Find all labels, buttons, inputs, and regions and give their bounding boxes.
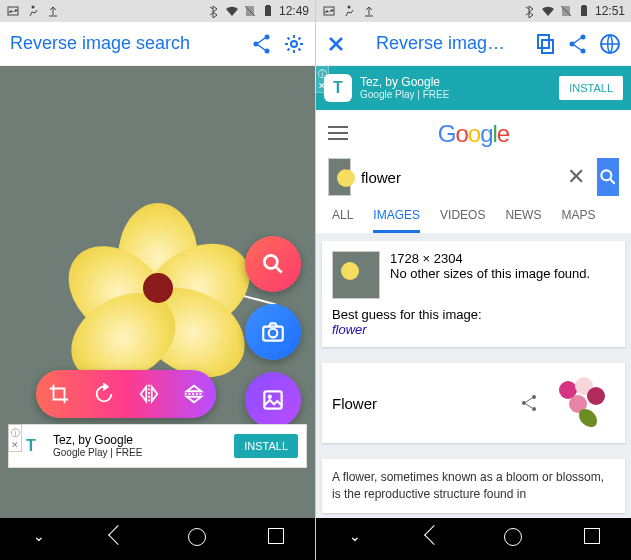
svg-rect-20 [538,35,549,48]
tab-maps[interactable]: MAPS [561,208,595,233]
image-dimensions: 1728 × 2304 [390,251,590,266]
tab-images[interactable]: IMAGES [373,208,420,233]
tab-news[interactable]: NEWS [505,208,541,233]
wifi-icon [225,4,239,18]
fab-column [245,236,301,428]
search-button[interactable] [597,158,619,196]
camera-fab[interactable] [245,304,301,360]
running-icon [342,4,356,18]
search-input[interactable] [357,161,555,194]
ad-text: Tez, by Google Google Play | FREE [360,75,551,101]
svg-point-6 [254,41,259,46]
svg-point-25 [601,170,611,180]
thumb-remove-icon: ✕ [339,160,349,174]
clock: 12:49 [279,4,309,18]
query-thumb[interactable]: ✕ [328,158,351,196]
no-sim-icon [559,4,573,18]
rotate-icon[interactable] [93,383,115,405]
svg-point-11 [269,329,278,338]
best-guess-link[interactable]: flower [332,322,367,337]
nav-expand-icon[interactable]: ⌄ [335,528,375,550]
nav-recent-button[interactable] [572,528,612,550]
svg-rect-3 [265,6,271,16]
phone-left: 12:49 Reverse image search ⓘ✕ T [0,0,315,560]
search-tabs: ALL IMAGES VIDEOS NEWS MAPS [328,200,619,233]
crop-icon[interactable] [48,383,70,405]
app-bar: Reverse imag… [316,22,631,66]
results-view: Google ✕ ✕ ALL IMAGES VIDEOS NEWS MAPS [316,110,631,518]
status-bar: 12:49 [0,0,315,22]
upload-icon [46,4,60,18]
clock: 12:51 [595,4,625,18]
hamburger-icon[interactable] [328,126,348,142]
nav-bar: ⌄ [0,518,315,560]
flip-h-icon[interactable] [138,383,160,405]
svg-point-7 [265,48,270,53]
ad-badge-icon[interactable]: ⓘ✕ [315,65,329,93]
gallery-fab[interactable] [245,372,301,428]
svg-rect-17 [581,6,587,16]
wifi-icon [541,4,555,18]
result-thumb[interactable] [332,251,380,299]
svg-point-5 [265,34,270,39]
svg-point-1 [32,6,35,9]
image-icon [6,4,20,18]
ad-badge-icon[interactable]: ⓘ✕ [8,424,22,452]
no-sizes-msg: No other sizes of this image found. [390,266,590,281]
bluetooth-icon [523,4,537,18]
svg-rect-18 [582,5,586,6]
upload-icon [362,4,376,18]
desc-text: A flower, sometimes known as a bloom or … [332,470,604,501]
nav-home-button[interactable] [493,528,533,550]
nav-bar: ⌄ [316,518,631,560]
result-card-kg[interactable]: Flower [322,363,625,443]
ad-install-button[interactable]: INSTALL [559,76,623,100]
clear-icon[interactable]: ✕ [561,164,591,190]
svg-point-21 [581,34,586,39]
status-bar: 12:51 [316,0,631,22]
result-card-match: 1728 × 2304 No other sizes of this image… [322,241,625,347]
google-header: Google ✕ ✕ ALL IMAGES VIDEOS NEWS MAPS [316,110,631,233]
close-icon[interactable] [326,34,346,54]
bluetooth-icon [207,4,221,18]
tab-all[interactable]: ALL [332,208,353,233]
svg-point-22 [570,41,575,46]
ad-text: Tez, by Google Google Play | FREE [53,433,226,459]
share-icon[interactable] [251,33,273,55]
result-card-desc: A flower, sometimes known as a bloom or … [322,459,625,513]
app-title: Reverse imag… [356,33,525,54]
share-icon[interactable] [519,393,539,413]
gear-icon[interactable] [283,33,305,55]
running-icon [26,4,40,18]
edit-toolbar [36,370,216,418]
battery-icon [261,4,275,18]
nav-expand-icon[interactable]: ⌄ [19,528,59,550]
ad-install-button[interactable]: INSTALL [234,434,298,458]
nav-back-button[interactable] [98,528,138,550]
flower-image [68,193,248,373]
globe-icon[interactable] [599,33,621,55]
phone-right: 12:51 Reverse imag… ⓘ✕ T Tez, by Google … [316,0,631,560]
svg-point-13 [268,395,271,398]
svg-point-23 [581,48,586,53]
ad-banner[interactable]: ⓘ✕ T Tez, by Google Google Play | FREE I… [8,424,307,468]
flip-v-icon[interactable] [183,383,205,405]
svg-rect-19 [542,40,553,53]
svg-point-8 [291,41,297,47]
search-row: ✕ ✕ [328,158,619,196]
svg-point-28 [532,407,536,411]
copy-icon[interactable] [535,33,557,55]
share-icon[interactable] [567,33,589,55]
svg-rect-12 [264,391,281,408]
kg-title: Flower [332,395,509,412]
nav-recent-button[interactable] [256,528,296,550]
ad-banner[interactable]: ⓘ✕ T Tez, by Google Google Play | FREE I… [316,66,631,110]
search-fab[interactable] [245,236,301,292]
svg-rect-4 [266,5,270,6]
no-sim-icon [243,4,257,18]
nav-back-button[interactable] [414,528,454,550]
tab-videos[interactable]: VIDEOS [440,208,485,233]
app-bar: Reverse image search [0,22,315,66]
svg-point-26 [532,395,536,399]
nav-home-button[interactable] [177,528,217,550]
